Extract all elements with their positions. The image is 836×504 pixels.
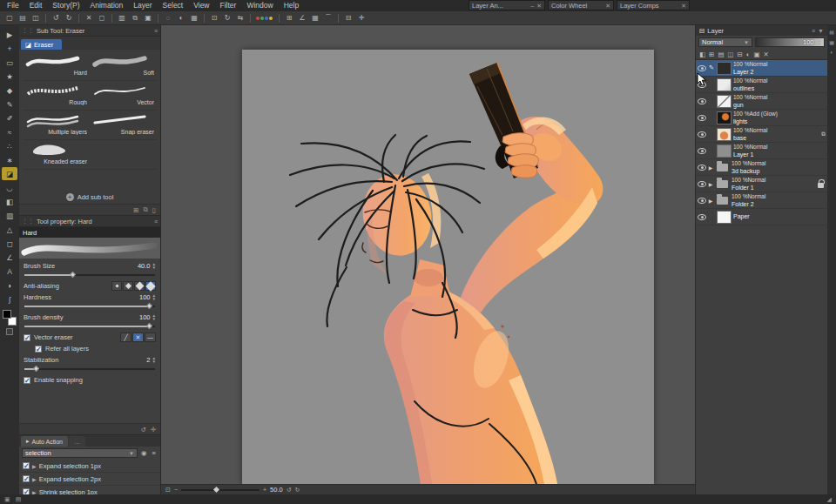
visibility-eye-icon[interactable] [698,82,706,88]
close-icon[interactable]: ✕ [605,3,610,9]
zoom-value[interactable]: 50.0 [270,486,283,494]
sub-tool-group-eraser[interactable]: ◪ Eraser [21,39,62,50]
layer-name[interactable]: gun [733,102,744,108]
brush-tool[interactable]: ≈ [2,125,17,138]
snap-grid-icon[interactable]: ▦ [309,12,321,24]
transparent-color-swatch[interactable] [6,328,13,335]
eyedropper-tool[interactable]: ◆ [2,84,17,97]
new-file-icon[interactable]: ▢ [3,12,16,24]
stepper-arrows[interactable]: ▲▼ [152,314,156,320]
blend-mode-select[interactable]: Normal ▼ [698,37,752,47]
action-checkbox[interactable]: ✓ [23,475,30,482]
sub-tool-preset-multiple-layers[interactable]: Multiple layers [23,111,90,140]
open-file-icon[interactable]: ▤ [17,12,29,24]
menu-filter[interactable]: Filter [215,0,242,11]
undo-icon[interactable]: ↺ [50,12,62,24]
folder-expand-icon[interactable]: ▶ [708,165,713,171]
layer-row-layer1[interactable]: 100 %Normal Layer 1 [696,143,827,159]
chevron-down-icon[interactable]: ▼ [818,28,824,34]
layer-name[interactable]: lights [733,118,747,124]
delete-layer-icon[interactable]: ✕ [764,50,769,58]
anti-aliasing-middle-button[interactable] [134,281,145,291]
auto-action-item[interactable]: ✓ ▶ Shrink selection 1px [19,486,160,494]
layer-row-folder2[interactable]: ▶ 100 %Normal Folder 2 [696,192,827,209]
pencil-tool[interactable]: ✐ [2,111,17,124]
action-checkbox[interactable]: ✓ [23,488,30,494]
palette-dock-icon[interactable]: ▦ [829,39,834,45]
airbrush-tool[interactable]: ∴ [2,139,17,152]
transfer-layer-icon[interactable]: ◫ [727,50,733,58]
close-icon[interactable]: ✕ [681,3,686,9]
erase-touched-button[interactable]: ╱ [120,333,131,342]
zoom-in-icon[interactable]: + [263,487,266,493]
main-color-swatch[interactable] [3,310,11,319]
stabilization-slider[interactable] [24,366,155,373]
layer-row-outlines[interactable]: 100 %Normal outlines [696,77,827,93]
trash-icon[interactable]: ▯ [152,206,156,214]
menu-file[interactable]: File [2,0,24,11]
erase-whole-line-button[interactable]: — [145,333,156,342]
clip-to-layer-icon[interactable]: ◧ [699,50,705,58]
stepper-arrows[interactable]: ▲▼ [152,294,156,300]
layer-thumbnail[interactable] [717,62,732,75]
selection-tool[interactable]: ▭ [2,56,17,69]
menu-view[interactable]: View [188,0,214,11]
close-icon[interactable]: ✕ [536,3,542,9]
auto-select-tool[interactable]: ★ [2,70,17,83]
layer-thumbnail[interactable] [717,128,732,141]
layer-name[interactable]: Layer 1 [733,151,753,158]
canvas-artboard[interactable] [242,50,654,484]
color-mixing-icon[interactable] [256,17,273,20]
workspace-icon[interactable]: ▣ [4,496,10,503]
frame-border-tool[interactable]: ◻ [2,237,17,250]
panel-menu-icon[interactable]: ≡ [812,28,815,34]
fill-tool[interactable]: ◧ [2,195,17,208]
layer-row-gun[interactable]: 100 %Normal gun [696,93,827,110]
layer-row-folder1[interactable]: ▶ 100 %Normal Folder 1 [696,176,827,192]
layer-thumbnail[interactable] [717,111,732,124]
sub-tool-preset-hard[interactable]: Hard [23,51,90,81]
zoom-fit-icon[interactable]: ⊡ [208,12,220,24]
minimize-icon[interactable]: – [530,3,534,9]
floating-window-color-wheel[interactable]: Color Wheel ✕ [548,0,614,10]
floating-window-layer-comps[interactable]: Layer Comps ✕ [617,0,690,10]
rotate-cw-icon[interactable]: ↻ [295,487,300,494]
visibility-eye-icon[interactable] [698,148,706,154]
figure-tool[interactable]: △ [2,223,17,236]
ruler-tool[interactable]: ∠ [2,251,17,264]
advanced-settings-icon[interactable]: ✛ [151,426,156,433]
balloon-tool[interactable]: ◗ [2,279,17,292]
tool-property-header[interactable]: ⋮⋮ Tool property: Hard ≡ [19,216,160,227]
redo-icon[interactable]: ↻ [63,12,75,24]
hardness-value[interactable]: 100 [130,293,151,301]
sub-tool-preset-kneaded-eraser[interactable]: Kneaded eraser [23,140,90,170]
onion-skin-icon[interactable]: ⊟ [342,12,354,24]
clear-icon[interactable]: ◻ [96,12,108,24]
zoom-out-icon[interactable]: − [174,487,178,493]
menu-story[interactable]: Story(P) [47,0,84,11]
tab-layer[interactable]: ⊟ Layer [699,27,724,35]
stepper-arrows[interactable]: ▲▼ [818,39,821,45]
gradient-tool[interactable]: ▥ [2,209,17,222]
operation-tool[interactable]: ▶ [2,28,17,41]
layer-name[interactable]: Folder 1 [732,185,754,191]
record-icon[interactable]: ◉ [139,449,149,457]
sub-tool-preset-snap-eraser[interactable]: Snap eraser [90,111,157,140]
brush-size-value[interactable]: 40.0 [130,262,151,270]
zoom-slider-knob[interactable] [213,486,219,492]
folder-expand-icon[interactable]: ▶ [708,181,713,187]
visibility-eye-icon[interactable] [698,214,706,220]
erase-intersection-button[interactable]: ✕ [132,333,144,342]
tab-auto-action[interactable]: ▸ Auto Action [21,436,68,447]
layer-name[interactable]: Folder 2 [732,201,754,207]
brush-density-value[interactable]: 100 [130,313,151,321]
layer-row-base[interactable]: 100 %Normal base ⧉ [696,126,827,143]
hardness-slider[interactable] [24,303,155,310]
delete-icon[interactable]: ✕ [83,12,95,24]
grid-icon[interactable]: ⊞ [283,12,295,24]
visibility-eye-icon[interactable] [698,115,706,121]
anti-aliasing-weak-button[interactable] [123,281,133,291]
stabilization-value[interactable]: 2 [130,356,151,364]
save-icon[interactable]: ◫ [30,12,42,24]
canvas-artwork[interactable] [242,50,654,484]
